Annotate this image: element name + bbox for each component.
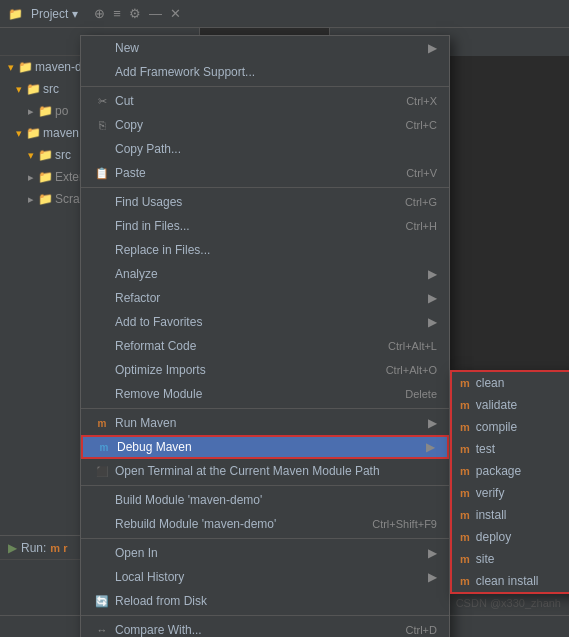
menu-label-build-module: Build Module 'maven-demo'	[115, 493, 437, 507]
menu-item-optimize[interactable]: Optimize Imports Ctrl+Alt+O	[81, 358, 449, 382]
expand-icon: ▾	[28, 149, 34, 162]
menu-label-reformat: Reformat Code	[115, 339, 368, 353]
submenu-item-validate[interactable]: m validate	[452, 394, 569, 416]
run-content: m r	[50, 542, 67, 554]
menu-label-rebuild-module: Rebuild Module 'maven-demo'	[115, 517, 352, 531]
maven-phase-icon-deploy: m	[460, 531, 470, 543]
menu-item-rebuild-module[interactable]: Rebuild Module 'maven-demo' Ctrl+Shift+F…	[81, 512, 449, 536]
menu-item-run-maven[interactable]: m Run Maven ▶	[81, 411, 449, 435]
menu-item-open-terminal[interactable]: ⬛ Open Terminal at the Current Maven Mod…	[81, 459, 449, 483]
shortcut-cut: Ctrl+X	[406, 95, 437, 107]
folder-icon: 📁	[26, 126, 41, 140]
menu-item-refactor[interactable]: Refactor ▶	[81, 286, 449, 310]
project-label: Project	[31, 7, 68, 21]
menu-item-compare-with[interactable]: ↔ Compare With... Ctrl+D	[81, 618, 449, 637]
submenu-item-site[interactable]: m site	[452, 548, 569, 570]
menu-item-add-framework[interactable]: Add Framework Support...	[81, 60, 449, 84]
menu-item-paste[interactable]: 📋 Paste Ctrl+V	[81, 161, 449, 185]
menu-item-open-in[interactable]: Open In ▶	[81, 541, 449, 565]
menu-item-cut[interactable]: ✂ Cut Ctrl+X	[81, 89, 449, 113]
submenu-item-package[interactable]: m package	[452, 460, 569, 482]
submenu-item-verify[interactable]: m verify	[452, 482, 569, 504]
folder-icon: 📁	[38, 170, 53, 184]
maven-phase-icon-site: m	[460, 553, 470, 565]
watermark: CSDN @x330_zhanh	[456, 597, 561, 609]
menu-item-copy[interactable]: ⎘ Copy Ctrl+C	[81, 113, 449, 137]
top-bar-title: 📁 Project ▾ ⊕ ≡ ⚙ — ✕	[8, 6, 181, 21]
expand-icon: ▸	[28, 105, 34, 118]
debug-maven-icon: m	[95, 442, 113, 453]
shortcut-rebuild: Ctrl+Shift+F9	[372, 518, 437, 530]
arrow-icon-favorites: ▶	[428, 315, 437, 329]
maven-phase-icon-clean: m	[460, 377, 470, 389]
menu-label-reload: Reload from Disk	[115, 594, 437, 608]
tree-label: maven	[43, 126, 79, 140]
submenu-item-install[interactable]: m install	[452, 504, 569, 526]
submenu-label-install: install	[476, 508, 507, 522]
menu-item-analyze[interactable]: Analyze ▶	[81, 262, 449, 286]
context-menu: New ▶ Add Framework Support... ✂ Cut Ctr…	[80, 35, 450, 637]
copy-icon: ⎘	[93, 119, 111, 131]
menu-item-find-files[interactable]: Find in Files... Ctrl+H	[81, 214, 449, 238]
shortcut-remove-module: Delete	[405, 388, 437, 400]
arrow-icon-open-in: ▶	[428, 546, 437, 560]
arrow-icon-refactor: ▶	[428, 291, 437, 305]
menu-item-reformat[interactable]: Reformat Code Ctrl+Alt+L	[81, 334, 449, 358]
submenu-item-deploy[interactable]: m deploy	[452, 526, 569, 548]
menu-label-find-files: Find in Files...	[115, 219, 386, 233]
separator-6	[81, 615, 449, 616]
settings-icon[interactable]: ⚙	[129, 6, 141, 21]
submenu-label-deploy: deploy	[476, 530, 511, 544]
arrow-icon-local-history: ▶	[428, 570, 437, 584]
minimize-icon[interactable]: —	[149, 6, 162, 21]
toolbar-icons: ⊕ ≡ ⚙ — ✕	[94, 6, 181, 21]
arrow-icon: ▶	[428, 41, 437, 55]
menu-item-local-history[interactable]: Local History ▶	[81, 565, 449, 589]
menu-label-remove-module: Remove Module	[115, 387, 385, 401]
menu-item-remove-module[interactable]: Remove Module Delete	[81, 382, 449, 406]
menu-item-debug-maven[interactable]: m Debug Maven ▶	[81, 435, 449, 459]
list-icon[interactable]: ≡	[113, 6, 121, 21]
maven-phase-icon-install: m	[460, 509, 470, 521]
project-icon: 📁	[8, 7, 23, 21]
menu-item-find-usages[interactable]: Find Usages Ctrl+G	[81, 190, 449, 214]
expand-icon: ▾	[8, 61, 14, 74]
menu-item-replace-files[interactable]: Replace in Files...	[81, 238, 449, 262]
menu-item-add-favorites[interactable]: Add to Favorites ▶	[81, 310, 449, 334]
maven-phase-icon-clean-install: m	[460, 575, 470, 587]
menu-label-optimize: Optimize Imports	[115, 363, 366, 377]
expand-icon: ▾	[16, 127, 22, 140]
shortcut-optimize: Ctrl+Alt+O	[386, 364, 437, 376]
submenu-item-test[interactable]: m test	[452, 438, 569, 460]
menu-label-find-usages: Find Usages	[115, 195, 385, 209]
separator-1	[81, 86, 449, 87]
folder-icon: 📁	[38, 104, 53, 118]
arrow-icon-analyze: ▶	[428, 267, 437, 281]
menu-label-debug-maven: Debug Maven	[117, 440, 418, 454]
shortcut-reformat: Ctrl+Alt+L	[388, 340, 437, 352]
run-play-icon[interactable]: ▶	[8, 541, 17, 555]
menu-item-reload[interactable]: 🔄 Reload from Disk	[81, 589, 449, 613]
maven-phase-icon-verify: m	[460, 487, 470, 499]
menu-label-add-favorites: Add to Favorites	[115, 315, 420, 329]
submenu-item-clean[interactable]: m clean	[452, 372, 569, 394]
submenu-item-clean-install[interactable]: m clean install	[452, 570, 569, 592]
close-icon[interactable]: ✕	[170, 6, 181, 21]
menu-label-local-history: Local History	[115, 570, 420, 584]
add-icon[interactable]: ⊕	[94, 6, 105, 21]
menu-item-build-module[interactable]: Build Module 'maven-demo'	[81, 488, 449, 512]
submenu-debug-maven: m clean m validate m compile m test m pa…	[450, 370, 569, 594]
expand-icon: ▾	[16, 83, 22, 96]
tree-label: src	[43, 82, 59, 96]
expand-icon: ▸	[28, 193, 34, 206]
maven-phase-icon-test: m	[460, 443, 470, 455]
submenu-item-compile[interactable]: m compile	[452, 416, 569, 438]
dropdown-icon[interactable]: ▾	[72, 7, 78, 21]
menu-item-copy-path[interactable]: Copy Path...	[81, 137, 449, 161]
submenu-label-clean-install: clean install	[476, 574, 539, 588]
watermark-text: CSDN @x330_zhanh	[456, 597, 561, 609]
submenu-label-verify: verify	[476, 486, 505, 500]
menu-item-new[interactable]: New ▶	[81, 36, 449, 60]
submenu-label-site: site	[476, 552, 495, 566]
folder-icon: 📁	[26, 82, 41, 96]
